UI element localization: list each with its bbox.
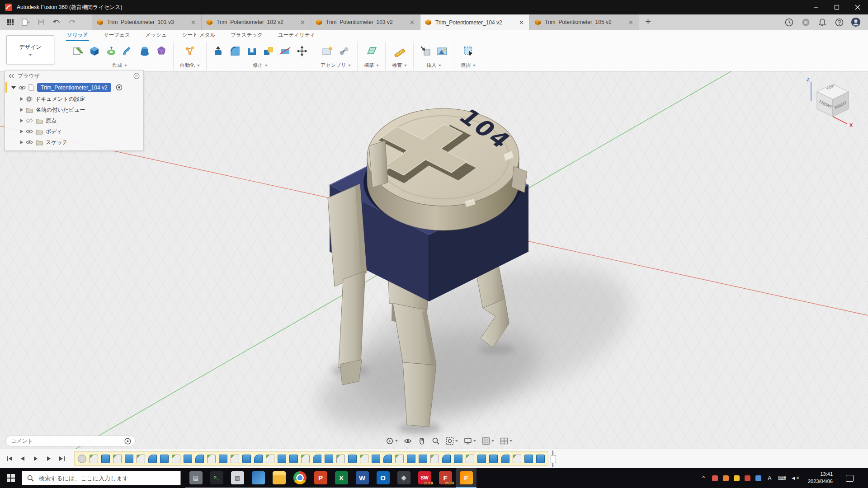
revolve-icon[interactable] — [104, 42, 119, 60]
taskbar-app-app-2020[interactable]: F2020 — [435, 468, 456, 488]
taskbar-app-powerpoint[interactable]: P — [310, 468, 331, 488]
document-tab-102[interactable]: Trim_Potentiometer_102 v2 — [202, 14, 311, 30]
timeline-feature-extrude[interactable] — [419, 455, 427, 463]
taskbar-app-file-explorer[interactable] — [269, 468, 289, 488]
tray-tray-app-4[interactable] — [745, 475, 750, 481]
minimize-button[interactable] — [806, 0, 826, 14]
timeline-feature-extrude[interactable] — [477, 455, 486, 463]
go-to-end-button[interactable] — [57, 454, 67, 464]
timeline-feature-sketch[interactable] — [113, 455, 122, 463]
tab-close-icon[interactable] — [299, 19, 306, 26]
timeline-scrubber[interactable] — [550, 450, 556, 467]
undo-icon[interactable] — [52, 17, 61, 27]
automate-script-icon[interactable] — [182, 42, 198, 60]
workspace-selector[interactable]: デザイン — [6, 35, 54, 64]
timeline-feature-extrude[interactable] — [278, 455, 286, 463]
timeline-feature-sketch[interactable] — [172, 455, 180, 463]
timeline-feature-extrude[interactable] — [289, 455, 298, 463]
expand-arrow-icon[interactable] — [20, 119, 23, 122]
timeline-feature-sketch[interactable] — [336, 455, 345, 463]
timeline-feature-extrude[interactable] — [536, 455, 545, 463]
group-modify-dropdown[interactable]: 修正 — [250, 61, 270, 70]
browser-item-bodies[interactable]: ボディ — [5, 126, 143, 137]
timeline-feature-extrude[interactable] — [325, 455, 333, 463]
timeline-feature-sketch[interactable] — [301, 455, 310, 463]
measure-icon[interactable] — [392, 42, 407, 60]
expand-arrow-icon[interactable] — [20, 130, 23, 133]
start-button[interactable] — [0, 468, 22, 488]
taskbar-app-chrome[interactable] — [289, 468, 310, 488]
expand-arrow-icon[interactable] — [11, 86, 16, 89]
extrude-icon[interactable] — [87, 42, 102, 60]
move-copy-icon[interactable] — [294, 42, 310, 60]
fit-icon[interactable] — [443, 436, 460, 446]
new-component-icon[interactable] — [320, 42, 335, 60]
timeline-feature-fillet[interactable] — [195, 455, 204, 463]
browser-options-icon[interactable] — [133, 73, 140, 79]
play-button[interactable] — [31, 454, 41, 464]
taskbar-app-word[interactable]: W — [352, 468, 373, 488]
combine-icon[interactable] — [261, 42, 276, 60]
timeline-feature-extrude[interactable] — [219, 455, 227, 463]
timeline-feature-fillet[interactable] — [254, 455, 263, 463]
look-at-icon[interactable] — [401, 436, 414, 446]
tray-hidden-icons-chevron[interactable]: ^ — [700, 474, 707, 482]
tab-close-icon[interactable] — [627, 19, 634, 26]
group-insert-dropdown[interactable]: 挿入 — [424, 61, 443, 70]
tab-sheet-metal[interactable]: シート メタル — [181, 30, 217, 41]
step-forward-button[interactable] — [44, 454, 54, 464]
display-settings-icon[interactable] — [462, 436, 478, 446]
press-pull-icon[interactable] — [211, 42, 226, 60]
tray-tray-app-5[interactable] — [755, 475, 761, 481]
timeline-feature-extrude[interactable] — [524, 455, 533, 463]
fillet-icon[interactable] — [227, 42, 243, 60]
tray-volume[interactable]: ◄× — [791, 474, 799, 482]
eye-icon[interactable] — [26, 140, 33, 145]
timeline-feature-sketch[interactable] — [207, 455, 216, 463]
tray-ime-mode[interactable]: A — [766, 474, 773, 482]
eye-icon[interactable] — [19, 85, 26, 90]
user-avatar[interactable] — [851, 17, 861, 27]
tab-close-icon[interactable] — [408, 19, 415, 26]
maximize-button[interactable] — [826, 0, 847, 14]
tray-touch-keyboard[interactable]: ⌨ — [778, 474, 786, 482]
timeline-feature-marker[interactable] — [78, 455, 86, 463]
timeline-feature-fillet[interactable] — [442, 455, 451, 463]
tab-utilities[interactable]: ユーティリティ — [277, 30, 316, 41]
notification-center-icon[interactable] — [841, 475, 858, 482]
timeline-feature-fillet[interactable] — [313, 455, 321, 463]
tray-tray-app-1[interactable] — [712, 475, 718, 481]
view-cube[interactable]: Z TOP FRONT RIGHT X — [803, 75, 862, 133]
timeline-feature-sketch[interactable] — [90, 455, 98, 463]
select-icon[interactable] — [461, 42, 476, 60]
timeline-feature-fillet[interactable] — [148, 455, 157, 463]
construction-plane-icon[interactable] — [364, 42, 379, 60]
create-sketch-icon[interactable] — [70, 42, 85, 60]
group-assemble-dropdown[interactable]: アセンブリ — [318, 61, 353, 70]
comment-box[interactable] — [5, 436, 136, 446]
group-select-dropdown[interactable]: 選択 — [458, 61, 478, 70]
taskbar-app-outlook[interactable]: O — [373, 468, 393, 488]
leg-left[interactable] — [328, 184, 367, 385]
taskbar-app-app-dark[interactable]: ◆ — [393, 468, 414, 488]
joint-icon[interactable] — [336, 42, 352, 60]
timeline-feature-sketch[interactable] — [137, 455, 145, 463]
document-tab-103[interactable]: Trim_Potentiometer_103 v2 — [311, 14, 420, 30]
tab-close-icon[interactable] — [189, 19, 197, 26]
browser-root-item[interactable]: Trim_Potentiometer_104 v2 — [37, 83, 111, 92]
redo-icon[interactable] — [67, 17, 77, 27]
group-inspect-dropdown[interactable]: 検査 — [390, 61, 409, 70]
timeline-feature-sketch[interactable] — [430, 455, 439, 463]
create-form-icon[interactable] — [154, 42, 169, 60]
timeline-feature-extrude[interactable] — [242, 455, 251, 463]
new-tab-button[interactable] — [641, 14, 655, 28]
timeline-feature-extrude[interactable] — [348, 455, 357, 463]
taskbar-app-fusion-360[interactable]: F — [456, 468, 476, 488]
group-automate-dropdown[interactable]: 自動化 — [178, 61, 202, 70]
taskbar-search[interactable] — [22, 471, 181, 485]
taskbar-app-terminal[interactable]: >_ — [206, 468, 227, 488]
grid-menu-icon[interactable] — [5, 17, 15, 27]
taskbar-app-excel[interactable]: X — [331, 468, 352, 488]
taskbar-clock[interactable]: 13:41 2023/04/06 — [804, 471, 836, 485]
timeline-feature-extrude[interactable] — [101, 455, 110, 463]
